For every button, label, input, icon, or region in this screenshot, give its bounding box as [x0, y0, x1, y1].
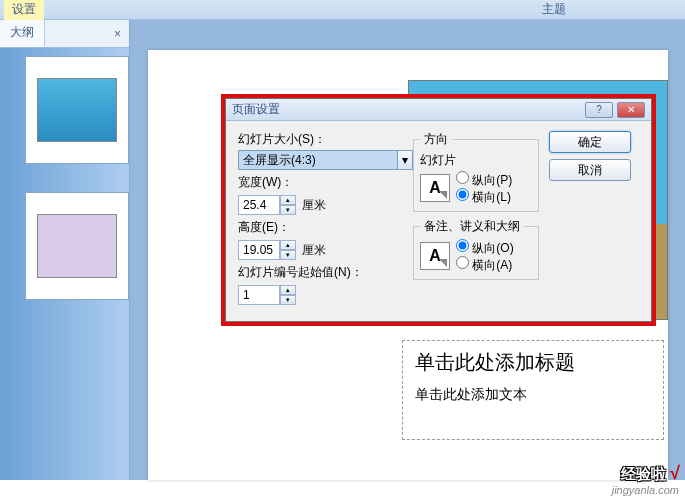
spin-down-icon[interactable]: ▾	[280, 205, 296, 215]
orientation-icon: A	[420, 174, 450, 202]
orientation-group-notes: 备注、讲义和大纲 A 纵向(O) 横向(A)	[413, 218, 539, 280]
orientation-icon: A	[420, 242, 450, 270]
width-spinner[interactable]: ▴ ▾	[238, 195, 298, 215]
spin-down-icon[interactable]: ▾	[280, 295, 296, 305]
height-label: 高度(E)：	[238, 219, 403, 236]
thumbnail-list	[0, 48, 129, 480]
titlebar-buttons: ? ✕	[585, 102, 645, 118]
orientation-radios: 纵向(P) 横向(L)	[456, 171, 512, 205]
slide-thumbnail-1[interactable]	[25, 56, 129, 164]
start-number-input[interactable]	[238, 285, 280, 305]
check-icon: √	[669, 463, 679, 483]
page-setup-dialog-highlight: 页面设置 ? ✕ 幻灯片大小(S)： ▾ 宽度(W)： ▴	[221, 94, 656, 326]
page-setup-dialog: 页面设置 ? ✕ 幻灯片大小(S)： ▾ 宽度(W)： ▴	[225, 98, 652, 322]
close-icon[interactable]: ×	[106, 27, 129, 41]
ribbon: 设置 主题	[0, 0, 685, 20]
radio-notes-portrait[interactable]: 纵向(O)	[456, 239, 514, 256]
watermark: 经验啦 √ jingyanla.com	[612, 463, 679, 496]
ribbon-tab-theme[interactable]: 主题	[534, 0, 574, 20]
spin-up-icon[interactable]: ▴	[280, 285, 296, 295]
spin-up-icon[interactable]: ▴	[280, 240, 296, 250]
text-placeholder-box[interactable]: 单击此处添加标题 单击此处添加文本	[402, 340, 664, 440]
radio-landscape[interactable]: 横向(L)	[456, 188, 512, 205]
tab-outline[interactable]: 大纲	[0, 20, 45, 47]
cancel-button[interactable]: 取消	[549, 159, 631, 181]
orientation-legend: 方向	[420, 131, 452, 148]
spin-up-icon[interactable]: ▴	[280, 195, 296, 205]
ribbon-tab-setup[interactable]: 设置	[4, 0, 44, 20]
slide-size-input[interactable]	[238, 150, 398, 170]
slide-size-label: 幻灯片大小(S)：	[238, 131, 403, 148]
height-unit: 厘米	[302, 242, 326, 259]
size-column: 幻灯片大小(S)： ▾ 宽度(W)： ▴ ▾ 厘米	[238, 131, 403, 307]
outline-pane: 大纲 ×	[0, 20, 130, 480]
watermark-url: jingyanla.com	[612, 484, 679, 496]
width-input[interactable]	[238, 195, 280, 215]
thumb-image	[37, 214, 117, 278]
dialog-title: 页面设置	[232, 101, 280, 118]
watermark-logo: 经验啦	[621, 465, 666, 482]
outline-tabs: 大纲 ×	[0, 20, 129, 48]
body-placeholder[interactable]: 单击此处添加文本	[415, 386, 651, 404]
close-button[interactable]: ✕	[617, 102, 645, 118]
slide-thumbnail-2[interactable]	[25, 192, 129, 300]
help-button[interactable]: ?	[585, 102, 613, 118]
dialog-titlebar[interactable]: 页面设置 ? ✕	[226, 99, 651, 121]
button-column: 确定 取消	[549, 131, 631, 307]
dialog-body: 幻灯片大小(S)： ▾ 宽度(W)： ▴ ▾ 厘米	[226, 121, 651, 321]
radio-notes-landscape[interactable]: 横向(A)	[456, 256, 514, 273]
orientation-sublabel: 幻灯片	[420, 152, 532, 169]
width-label: 宽度(W)：	[238, 174, 403, 191]
spin-down-icon[interactable]: ▾	[280, 250, 296, 260]
notes-radios: 纵向(O) 横向(A)	[456, 239, 514, 273]
notes-legend: 备注、讲义和大纲	[420, 218, 524, 235]
radio-portrait[interactable]: 纵向(P)	[456, 171, 512, 188]
start-number-spinner[interactable]: ▴ ▾	[238, 285, 298, 305]
height-input[interactable]	[238, 240, 280, 260]
ok-button[interactable]: 确定	[549, 131, 631, 153]
height-spinner[interactable]: ▴ ▾	[238, 240, 298, 260]
title-placeholder[interactable]: 单击此处添加标题	[415, 349, 651, 376]
orientation-column: 方向 幻灯片 A 纵向(P) 横向(L) 备注、讲义和大纲 A	[413, 131, 539, 307]
slide-size-combo[interactable]: ▾	[238, 150, 413, 170]
orientation-group-slides: 方向 幻灯片 A 纵向(P) 横向(L)	[413, 131, 539, 212]
thumb-image	[37, 78, 117, 142]
chevron-down-icon[interactable]: ▾	[398, 150, 413, 170]
width-unit: 厘米	[302, 197, 326, 214]
start-number-label: 幻灯片编号起始值(N)：	[238, 264, 403, 281]
